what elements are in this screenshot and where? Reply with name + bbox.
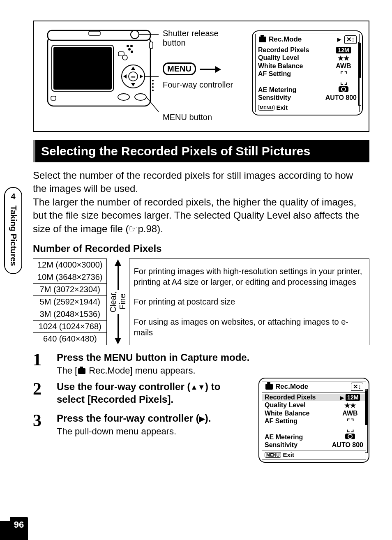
- svg-rect-22: [150, 42, 153, 48]
- lcd1-row2-val: AWB: [330, 62, 357, 70]
- pixels-table: 12M (4000×3000) 10M (3648×2736) 7M (3072…: [33, 258, 107, 345]
- svg-rect-2: [53, 47, 112, 90]
- svg-point-26: [152, 90, 154, 91]
- lcd2-row0-label: Recorded Pixels: [265, 394, 337, 401]
- svg-point-20: [128, 48, 131, 51]
- ae-metering-icon: [345, 434, 355, 439]
- lcd-screen-2: Rec.Mode ✕↕ Recorded Pixels▶ 12M Quality…: [258, 378, 369, 463]
- arrow-up-icon: [115, 259, 121, 266]
- step3-title: Press the four-way controller (▶).: [57, 412, 233, 425]
- lcd1-row4-label: AE Metering: [258, 86, 330, 94]
- pixels-reference: 12M (4000×3000) 10M (3648×2736) 7M (3072…: [33, 258, 369, 345]
- chapter-title: Taking Pictures: [9, 205, 18, 266]
- pix-row: 10M (3648×2736): [33, 271, 107, 283]
- steps: 1 Press the MENU button in Capture mode.…: [33, 351, 369, 463]
- chevron-right-icon: ▶: [337, 37, 341, 42]
- pixels-descriptions: For printing images with high-resolution…: [129, 258, 369, 345]
- arrow-label: Clear, Fine: [108, 290, 127, 314]
- camera-icon: [265, 384, 273, 390]
- label-four-way: Four-way controller: [163, 80, 237, 90]
- lcd1-title: Rec.Mode: [269, 35, 302, 44]
- step1-note: The [ Rec.Mode] menu appears.: [57, 365, 369, 376]
- svg-point-23: [152, 80, 154, 81]
- lcd2-title: Rec.Mode: [275, 383, 308, 391]
- parts-diagram: OK Shutter release button: [33, 21, 369, 132]
- lcd1-row1-val: ★★: [330, 54, 357, 62]
- step3-note: The pull-down menu appears.: [57, 426, 233, 437]
- step-number: 2: [33, 380, 49, 406]
- lcd-screen-1: Rec.Mode ▶ ✕↕ Recorded Pixels12M Quality…: [252, 30, 363, 115]
- lcd2-row3-label: AF Setting: [265, 418, 337, 433]
- pix-row: 12M (4000×3000): [33, 258, 107, 271]
- setup-tab-icon: ✕↕: [344, 35, 357, 44]
- lcd2-exit: Exit: [283, 451, 294, 458]
- desc-bot: For using as images on websites, or atta…: [134, 316, 365, 338]
- af-area-icon: ⌜ ⌝⌞ ⌟: [330, 70, 357, 86]
- svg-point-15: [135, 94, 146, 100]
- step-number: 3: [33, 412, 49, 437]
- svg-point-24: [152, 83, 154, 85]
- lcd-scrollbar: [358, 42, 361, 106]
- desc-top: For printing images with high-resolution…: [134, 266, 365, 287]
- label-shutter: Shutter release button: [163, 29, 237, 48]
- label-menu-button: MENU button: [163, 113, 237, 122]
- lcd2-row0-val: 12M: [346, 394, 360, 401]
- arrow-down-icon: [115, 338, 121, 344]
- lcd2-row5-val: AUTO 800: [332, 441, 363, 449]
- lcd1-row0-label: Recorded Pixels: [258, 46, 330, 54]
- lcd1-row2-label: White Balance: [258, 62, 330, 70]
- step1-title: Press the MENU button in Capture mode.: [57, 351, 369, 364]
- intro-text: Select the number of the recorded pixels…: [33, 169, 369, 235]
- ae-metering-icon: [339, 86, 348, 92]
- pix-row: 7M (3072×2304): [33, 283, 107, 295]
- step-number: 1: [33, 351, 49, 376]
- pix-row: 3M (2048×1536): [33, 308, 107, 320]
- page: 4 Taking Pictures OK: [0, 0, 392, 483]
- camera-icon: [78, 368, 85, 374]
- lcd1-row5-val: AUTO 800: [325, 94, 357, 102]
- lcd2-row4-label: AE Metering: [265, 434, 337, 441]
- svg-point-21: [131, 51, 133, 53]
- chapter-tab: 4 Taking Pictures: [4, 187, 22, 274]
- lcd2-row1-label: Quality Level: [265, 402, 337, 409]
- svg-point-18: [127, 45, 129, 47]
- svg-point-25: [152, 86, 154, 88]
- pix-row: 5M (2592×1944): [33, 295, 107, 308]
- lcd1-row0-val: 12M: [336, 47, 350, 53]
- lcd2-row5-label: Sensitivity: [265, 441, 332, 449]
- svg-line-29: [146, 97, 159, 114]
- lcd2-row2-label: White Balance: [265, 410, 337, 417]
- menu-chip: MENU: [163, 62, 196, 75]
- lcd1-row1-label: Quality Level: [258, 54, 330, 62]
- menu-mini: MENU: [265, 452, 281, 458]
- arrow-right-icon: [200, 69, 220, 70]
- step2-title: Use the four-way controller (▲▼) to sele…: [57, 380, 233, 406]
- svg-rect-3: [51, 96, 56, 100]
- svg-point-14: [118, 94, 129, 100]
- pix-row: 1024 (1024×768): [33, 320, 107, 332]
- sub-heading: Number of Recorded Pixels: [33, 243, 369, 254]
- svg-point-19: [130, 45, 133, 47]
- af-area-icon: ⌜ ⌝⌞ ⌟: [337, 418, 363, 433]
- setup-tab-icon: ✕↕: [351, 383, 364, 391]
- camera-illustration: OK: [44, 27, 159, 118]
- svg-rect-17: [118, 52, 124, 56]
- section-heading: Selecting the Recorded Pixels of Still P…: [33, 140, 369, 162]
- svg-point-5: [131, 30, 139, 39]
- lcd2-row2-val: AWB: [337, 410, 363, 417]
- lcd2-row1-val: ★★: [337, 402, 363, 409]
- pix-row: 640 (640×480): [33, 332, 107, 345]
- lcd1-exit: Exit: [276, 104, 288, 111]
- camera-icon: [259, 37, 266, 42]
- diagram-labels: Shutter release button MENU Four-way con…: [163, 27, 237, 125]
- lcd1-row3-label: AF Setting: [258, 70, 330, 86]
- lcd1-row5-label: Sensitivity: [258, 94, 325, 102]
- chapter-number: 4: [11, 192, 15, 201]
- menu-mini: MENU: [258, 105, 274, 111]
- quality-arrow: Clear, Fine: [111, 258, 125, 345]
- svg-rect-6: [89, 31, 100, 35]
- svg-text:OK: OK: [131, 75, 136, 79]
- desc-mid: For printing at postcard size: [134, 296, 365, 307]
- lcd-scrollbar: [365, 389, 368, 453]
- page-number: 96: [10, 517, 28, 533]
